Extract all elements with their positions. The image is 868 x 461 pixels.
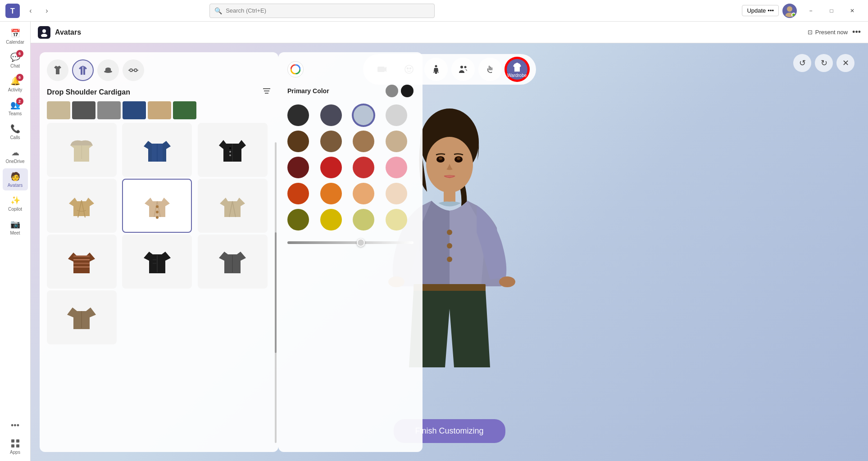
- clothing-item-6[interactable]: [198, 179, 268, 233]
- color-swatch-9[interactable]: [287, 157, 309, 178]
- minimize-button[interactable]: −: [800, 4, 821, 18]
- sidebar-item-apps[interactable]: Apps: [3, 435, 28, 457]
- svg-point-49: [447, 243, 452, 249]
- redo-button[interactable]: ↻: [815, 54, 833, 72]
- forward-button[interactable]: ›: [40, 4, 54, 18]
- sidebar: 📅 Calendar 💬 6 Chat 🔔 6 Activity 👥 2 Tea…: [0, 22, 31, 461]
- primary-color-label: Primary Color: [287, 87, 329, 95]
- wardrobe-tab-glasses[interactable]: [123, 59, 144, 81]
- sidebar-label-chat: Chat: [10, 63, 20, 68]
- thumb-3[interactable]: [97, 101, 121, 119]
- clothing-img-7: [51, 238, 113, 285]
- scrollbar-thumb[interactable]: [275, 232, 277, 353]
- svg-point-23: [229, 154, 231, 156]
- thumb-6[interactable]: [173, 101, 196, 119]
- color-swatch-4[interactable]: [386, 104, 407, 126]
- color-swatch-12[interactable]: [386, 157, 407, 178]
- sidebar-label-apps: Apps: [10, 450, 20, 455]
- search-icon: 🔍: [214, 7, 222, 14]
- thumb-1[interactable]: [47, 101, 70, 119]
- svg-point-2: [787, 6, 792, 12]
- slider-thumb[interactable]: [357, 239, 365, 247]
- color-swatch-1[interactable]: [287, 104, 309, 126]
- sidebar-item-onedrive[interactable]: ☁ OneDrive: [3, 145, 28, 167]
- clothing-item-1[interactable]: [47, 123, 117, 177]
- color-swatch-7[interactable]: [353, 131, 374, 152]
- color-swatch-6[interactable]: [320, 131, 342, 152]
- thumb-5[interactable]: [148, 101, 171, 119]
- sidebar-item-copilot[interactable]: ✨ Copilot: [3, 192, 28, 214]
- clothing-img-9: [202, 238, 263, 285]
- color-swatch-8[interactable]: [386, 131, 407, 152]
- user-avatar[interactable]: [782, 4, 797, 18]
- toolbar-body-button[interactable]: [424, 58, 448, 81]
- clothing-item-4[interactable]: [47, 179, 117, 233]
- toolbar-gesture-button[interactable]: [478, 58, 502, 81]
- wardrobe-tab-jacket[interactable]: [72, 59, 94, 81]
- search-bar[interactable]: 🔍: [209, 4, 435, 18]
- clothing-item-7[interactable]: [47, 235, 117, 289]
- undo-button[interactable]: ↺: [793, 54, 811, 72]
- wardrobe-tab-hat[interactable]: [97, 59, 119, 81]
- color-swatch-11[interactable]: [353, 157, 374, 178]
- toolbar-wardrobe-button[interactable]: Wardrobe: [505, 58, 529, 81]
- clothing-grid: [40, 123, 278, 352]
- back-button[interactable]: ‹: [23, 4, 38, 18]
- filter-button[interactable]: [262, 86, 271, 98]
- sidebar-item-teams[interactable]: 👥 2 Teams: [3, 97, 28, 119]
- close-button[interactable]: ✕: [842, 4, 863, 18]
- svg-point-21: [229, 147, 231, 149]
- color-swatch-13[interactable]: [287, 183, 309, 204]
- color-slider[interactable]: [287, 241, 414, 244]
- color-swatch-3[interactable]: [353, 104, 374, 126]
- present-now-icon: ⊡: [808, 29, 813, 36]
- primary-swatch-black[interactable]: [401, 85, 414, 97]
- clothing-img-1: [51, 127, 113, 173]
- thumb-4[interactable]: [123, 101, 146, 119]
- color-swatch-18[interactable]: [320, 209, 342, 230]
- primary-swatch-grey[interactable]: [386, 85, 398, 97]
- clothing-img-8: [127, 238, 188, 285]
- color-swatch-5[interactable]: [287, 131, 309, 152]
- wardrobe-tab-shirt[interactable]: [47, 59, 68, 81]
- present-now-button[interactable]: ⊡ Present now: [808, 29, 848, 36]
- sidebar-item-more[interactable]: •••: [3, 417, 28, 434]
- thumb-2[interactable]: [72, 101, 95, 119]
- clothing-item-3[interactable]: [198, 123, 268, 177]
- color-swatch-17[interactable]: [287, 209, 309, 230]
- toolbar-group-button[interactable]: [451, 58, 475, 81]
- teams-logo: T: [5, 4, 20, 18]
- sidebar-item-calls[interactable]: 📞 Calls: [3, 121, 28, 143]
- app-header-icon: [38, 26, 50, 39]
- calendar-icon: 📅: [10, 28, 21, 39]
- sidebar-item-chat[interactable]: 💬 6 Chat: [3, 49, 28, 71]
- color-panel-header: [287, 61, 414, 77]
- clothing-item-9[interactable]: [198, 235, 268, 289]
- search-input[interactable]: [226, 7, 430, 14]
- clothing-item-2[interactable]: [122, 123, 192, 177]
- sidebar-item-calendar[interactable]: 📅 Calendar: [3, 25, 28, 47]
- color-swatch-16[interactable]: [386, 183, 407, 204]
- sidebar-item-activity[interactable]: 🔔 6 Activity: [3, 73, 28, 95]
- sidebar-item-meet[interactable]: 📷 Meet: [3, 216, 28, 238]
- sidebar-label-avatars: Avatars: [8, 183, 23, 188]
- color-swatch-20[interactable]: [386, 209, 407, 230]
- color-swatch-15[interactable]: [353, 183, 374, 204]
- sidebar-item-avatars[interactable]: 🧑 Avatars: [3, 168, 28, 190]
- header-more-button[interactable]: •••: [852, 27, 861, 37]
- avatar-actions: ↺ ↻ ✕: [793, 54, 854, 72]
- panel-scrollbar[interactable]: [275, 142, 277, 443]
- maximize-button[interactable]: □: [821, 4, 842, 18]
- close-avatar-button[interactable]: ✕: [836, 54, 854, 72]
- svg-point-22: [229, 151, 231, 153]
- color-swatch-2[interactable]: [320, 104, 342, 126]
- color-swatch-14[interactable]: [320, 183, 342, 204]
- color-swatch-19[interactable]: [353, 209, 374, 230]
- clothing-item-8[interactable]: [122, 235, 192, 289]
- clothing-item-10[interactable]: [47, 290, 117, 344]
- update-button[interactable]: Update •••: [742, 5, 779, 16]
- svg-point-12: [130, 69, 132, 72]
- sidebar-label-onedrive: OneDrive: [5, 159, 24, 164]
- clothing-item-5[interactable]: [122, 179, 192, 233]
- color-swatch-10[interactable]: [320, 157, 342, 178]
